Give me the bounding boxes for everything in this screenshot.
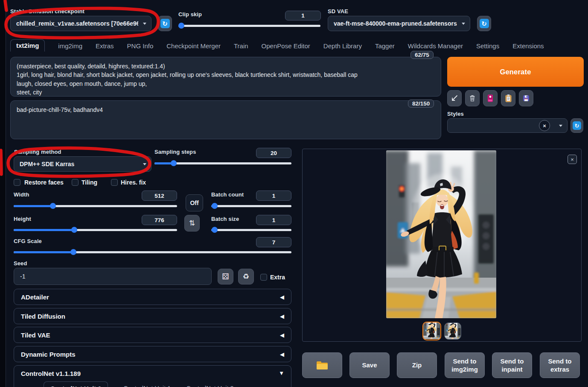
- slider-knob[interactable]: [212, 227, 218, 233]
- triangle-left-icon: ◀: [280, 313, 284, 320]
- batch-size-value[interactable]: 1: [256, 215, 291, 225]
- sampling-steps-slider[interactable]: [154, 160, 291, 166]
- chevron-down-icon: [143, 23, 146, 25]
- triangle-left-icon: ◀: [280, 294, 284, 300]
- negative-prompt-textarea[interactable]: bad-picture-chill-75v, badhandv4: [10, 100, 441, 139]
- width-value[interactable]: 512: [142, 191, 177, 201]
- tab-openpose-editor[interactable]: OpenPose Editor: [262, 40, 310, 52]
- accordion-tiled-vae[interactable]: Tiled VAE ◀: [14, 327, 291, 343]
- tab-txt2img[interactable]: txt2img: [10, 39, 45, 52]
- styles-clear-button[interactable]: ×: [539, 120, 550, 131]
- send-to-inpaint-button[interactable]: Send to inpaint: [492, 352, 532, 378]
- tab-train[interactable]: Train: [234, 40, 248, 52]
- close-gallery-button[interactable]: ×: [568, 155, 577, 164]
- send-to-extras-button[interactable]: Send to extras: [540, 352, 580, 378]
- sampling-method-value: DPM++ SDE Karras: [20, 161, 74, 167]
- thumbnail-image: [445, 323, 461, 339]
- sd-vae-value: vae-ft-mse-840000-ema-pruned.safetensors: [334, 20, 457, 27]
- tab-png-info[interactable]: PNG Info: [127, 40, 154, 52]
- save-button[interactable]: Save: [349, 352, 390, 378]
- slider-knob[interactable]: [50, 203, 56, 209]
- tab-img2img[interactable]: img2img: [58, 40, 82, 52]
- floppy-disk-icon: [522, 94, 530, 102]
- slider-track: [211, 229, 291, 231]
- height-slider[interactable]: [14, 227, 177, 233]
- extra-seed-label: Extra: [270, 274, 285, 281]
- restore-faces-checkbox[interactable]: [14, 179, 20, 186]
- accordion-title: ADetailer: [21, 293, 49, 301]
- gallery-thumbnail-selected[interactable]: [422, 322, 441, 340]
- refresh-vae-button[interactable]: ↻: [477, 16, 491, 31]
- styles-label: Styles: [447, 111, 464, 117]
- tiling-label: Tiling: [82, 179, 97, 186]
- tab-wildcards-manager[interactable]: Wildcards Manager: [408, 40, 463, 52]
- extra-seed-checkbox[interactable]: [260, 274, 267, 281]
- recycle-icon: ♻: [243, 272, 249, 281]
- sampling-steps-value[interactable]: 20: [256, 148, 291, 158]
- generate-button[interactable]: Generate: [447, 57, 584, 87]
- sampling-method-label: Sampling method: [14, 149, 61, 155]
- restore-faces-label: Restore faces: [24, 179, 64, 186]
- refresh-styles-button[interactable]: ↻: [571, 118, 583, 133]
- batch-count-slider[interactable]: [211, 203, 291, 209]
- sd-vae-label: SD VAE: [328, 8, 348, 15]
- gallery-thumbnail[interactable]: [444, 322, 461, 340]
- reuse-seed-button[interactable]: ♻: [238, 269, 254, 284]
- triangle-left-icon: ◀: [280, 332, 284, 338]
- tab-controlnet-unit-2[interactable]: ControlNet Unit 2: [186, 381, 233, 387]
- tab-checkpoint-merger[interactable]: Checkpoint Merger: [166, 40, 221, 52]
- chevron-down-icon: [559, 125, 562, 127]
- hires-fix-checkbox[interactable]: [111, 179, 118, 186]
- accordion-dynamic-prompts[interactable]: Dynamic Prompts ◀: [14, 346, 291, 362]
- tab-controlnet-unit-1[interactable]: ControlNet Unit 1: [123, 381, 171, 387]
- tab-extensions[interactable]: Extensions: [512, 40, 544, 52]
- extra-networks-button[interactable]: [483, 90, 498, 106]
- slider-fill: [14, 205, 53, 207]
- paste-params-button[interactable]: [447, 90, 462, 106]
- batch-count-value[interactable]: 1: [256, 191, 291, 201]
- slider-knob[interactable]: [212, 203, 218, 209]
- slider-track: [178, 25, 320, 27]
- checkpoint-dropdown[interactable]: chilled_remix_v1vae.safetensors [70e66e9…: [10, 16, 151, 31]
- seed-input[interactable]: -1: [14, 268, 212, 285]
- clip-skip-value[interactable]: 1: [285, 11, 321, 21]
- refresh-checkpoints-button[interactable]: ↻: [158, 16, 172, 31]
- tiling-checkbox[interactable]: [72, 179, 79, 186]
- save-style-button[interactable]: [519, 90, 533, 106]
- hires-off-button[interactable]: Off: [186, 194, 203, 211]
- height-value[interactable]: 776: [142, 215, 177, 225]
- send-to-img2img-button[interactable]: Send to img2img: [445, 352, 485, 378]
- triangle-down-icon: ▼: [279, 370, 284, 376]
- tab-settings[interactable]: Settings: [476, 40, 499, 52]
- slider-knob[interactable]: [70, 249, 76, 255]
- prompt-textarea[interactable]: (masterpiece, best quality, detaild, hig…: [10, 57, 441, 97]
- tab-extras[interactable]: Extras: [96, 40, 114, 52]
- generated-image[interactable]: [386, 150, 496, 318]
- slider-knob[interactable]: [71, 227, 77, 233]
- accordion-title: ControlNet v1.1.189: [21, 370, 81, 377]
- zip-button[interactable]: Zip: [397, 352, 437, 378]
- clipboard-icon: [505, 94, 512, 103]
- clip-skip-slider[interactable]: [178, 23, 320, 29]
- random-seed-button[interactable]: ⚄: [218, 269, 233, 284]
- open-folder-button[interactable]: [302, 352, 342, 378]
- clear-prompt-button[interactable]: [465, 90, 480, 106]
- styles-dropdown[interactable]: ×: [447, 118, 568, 133]
- tab-controlnet-unit-0[interactable]: ControlNet Unit 0: [44, 381, 108, 387]
- slider-knob[interactable]: [171, 160, 177, 166]
- width-slider[interactable]: [14, 203, 177, 209]
- sampling-method-dropdown[interactable]: DPM++ SDE Karras: [14, 156, 151, 172]
- apply-style-button[interactable]: [501, 90, 515, 106]
- tab-tagger[interactable]: Tagger: [375, 40, 395, 52]
- cfg-scale-value[interactable]: 7: [256, 237, 291, 247]
- negative-prompt-token-counter: 82/150: [408, 100, 434, 108]
- sd-vae-dropdown[interactable]: vae-ft-mse-840000-ema-pruned.safetensors: [328, 16, 470, 31]
- slider-track: [211, 205, 291, 207]
- swap-dimensions-button[interactable]: ⇅: [184, 215, 200, 232]
- batch-size-slider[interactable]: [211, 227, 291, 233]
- tab-depth-library[interactable]: Depth Library: [323, 40, 362, 52]
- accordion-tiled-diffusion[interactable]: Tiled Diffusion ◀: [14, 308, 291, 324]
- cfg-scale-slider[interactable]: [14, 249, 291, 255]
- slider-knob[interactable]: [178, 23, 184, 29]
- accordion-adetailer[interactable]: ADetailer ◀: [14, 289, 291, 305]
